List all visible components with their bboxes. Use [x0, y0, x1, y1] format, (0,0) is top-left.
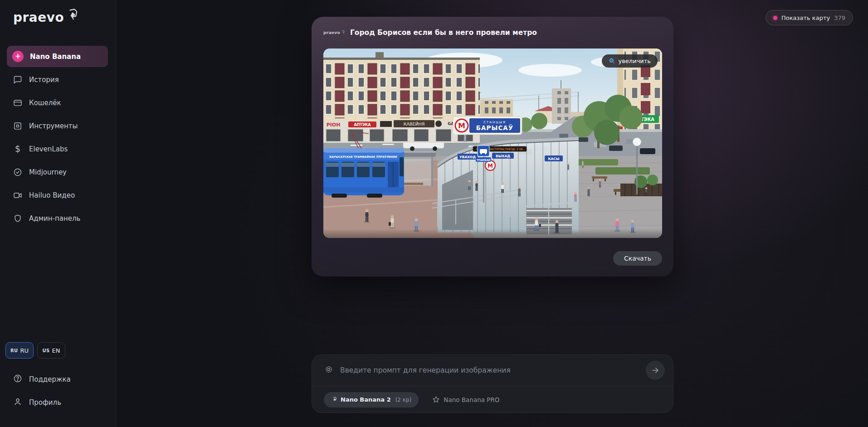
mini-brand-logo-text: praevo [323, 30, 340, 35]
brand-logo-text: praevo [13, 10, 64, 25]
sidebar-item-tools[interactable]: Инструменты [0, 114, 116, 137]
generation-card: praevo Город Борисов если бы в него пров… [312, 17, 673, 277]
prompt-input[interactable] [340, 366, 639, 374]
sidebar-item-label: Профиль [29, 398, 61, 407]
street-scene-illustration: АПТЭКА [323, 49, 662, 238]
mini-brand-logo: praevo [323, 30, 345, 35]
generation-title: Город Борисов если бы в него провели мет… [350, 29, 537, 37]
sidebar-item-profile[interactable]: Профиль [0, 391, 116, 414]
prompt-input-row [312, 355, 673, 386]
zoom-button-label: увеличить [619, 58, 651, 64]
sidebar-item-support[interactable]: Поддержка [0, 368, 116, 391]
sidebar: praevo + Nano Banana История [0, 0, 116, 427]
language-switcher: RU RU US EN [5, 342, 65, 359]
send-button[interactable] [646, 361, 665, 380]
sidebar-item-label: Админ-панель [29, 214, 80, 223]
entrance-sign-text: УВАХОД [459, 155, 476, 159]
shop-sign-pharmacy-left: АПТЭКА [354, 123, 371, 127]
sidebar-item-wallet[interactable]: Кошелёк [0, 91, 116, 114]
app-window: praevo + Nano Banana История [0, 0, 868, 427]
language-en-label: EN [52, 347, 60, 354]
sidebar-item-label: ElevenLabs [29, 145, 68, 153]
tools-icon [13, 121, 22, 131]
ru-flag-icon: RU [10, 348, 18, 353]
plus-icon: + [12, 51, 24, 62]
tram-stop-text: ТРАМВАЙ [477, 158, 491, 161]
hand-gesture-icon [65, 8, 78, 24]
exit-sign-text: ВЫХАД [496, 154, 510, 158]
chat-bubble-icon [13, 75, 22, 84]
sidebar-item-elevenlabs[interactable]: $ ElevenLabs [0, 137, 116, 160]
sidebar-item-label: Поддержка [29, 375, 71, 383]
map-count: 379 [834, 15, 845, 21]
check-circle-icon [13, 168, 22, 177]
sidebar-item-label: Кошелёк [29, 99, 61, 107]
brand-logo: praevo [13, 10, 78, 25]
sidebar-item-label: Hailuo Видео [29, 191, 75, 199]
sidebar-nav: + Nano Banana История Кошелёк Инструмен [0, 45, 116, 230]
user-icon [13, 397, 22, 408]
sidebar-item-midjourney[interactable]: Midjourney [0, 160, 116, 184]
tram-side-text: БАРЫСАЎСКАЕ ТРАМВАЙНАЕ ЎПРАЎЛЕННЕ [329, 155, 397, 158]
sidebar-item-label: Nano Banana [30, 53, 81, 61]
sidebar-footer: Поддержка Профиль [0, 368, 116, 414]
gear-icon[interactable] [324, 364, 334, 376]
wallet-icon [13, 98, 22, 107]
metro-m-sign: М [458, 121, 465, 130]
shop-sign-coffee: КАВЕЙНЯ [404, 121, 425, 126]
language-ru-label: RU [20, 347, 29, 354]
arrow-right-icon [651, 366, 660, 375]
sidebar-item-label: История [29, 76, 59, 84]
sidebar-item-history[interactable]: История [0, 68, 116, 91]
model-chip-cost: (2 кр) [395, 397, 412, 403]
sidebar-item-label: Midjourney [29, 168, 67, 176]
zoom-image-button[interactable]: увеличить [602, 54, 658, 68]
model-option-nano-banana-pro[interactable]: Nano Banana PRO [432, 396, 499, 403]
metro-m-glass: М [488, 163, 493, 169]
sidebar-item-hailuo-video[interactable]: Hailuo Видео [0, 184, 116, 207]
show-map-button[interactable]: Показать карту 379 [766, 10, 853, 25]
kassa-sign-text: КАСЫ [548, 157, 559, 161]
dollar-icon: $ [13, 145, 22, 154]
magnifier-icon [609, 58, 615, 64]
sidebar-item-admin-panel[interactable]: Админ-панель [0, 207, 116, 230]
pink-dot-icon [773, 16, 777, 20]
station-word: СТАНЦЫЯ [483, 121, 506, 124]
model-chip-nano-banana-2[interactable]: Nano Banana 2 (2 кр) [324, 392, 419, 408]
download-button[interactable]: Скачать [613, 251, 662, 266]
us-flag-icon: US [42, 348, 49, 353]
generation-card-header: praevo Город Борисов если бы в него пров… [323, 17, 662, 49]
show-map-label: Показать карту [781, 15, 830, 21]
language-ru-button[interactable]: RU RU [5, 342, 34, 359]
sidebar-item-label: Инструменты [29, 122, 78, 130]
prompt-bar: Nano Banana 2 (2 кр) Nano Banana PRO [312, 354, 673, 413]
language-en-button[interactable]: US EN [37, 342, 65, 359]
model-selector-row: Nano Banana 2 (2 кр) Nano Banana PRO [312, 386, 673, 413]
station-name: БАРЫСАЎ [476, 124, 513, 131]
star-icon [432, 396, 440, 403]
sidebar-item-nano-banana[interactable]: + Nano Banana [7, 46, 108, 67]
help-circle-icon [13, 374, 22, 385]
shop-sign-rion: РІОН [327, 122, 341, 128]
model-option-label: Nano Banana PRO [444, 396, 499, 403]
mini-logo-icon [331, 397, 337, 403]
model-chip-label: Nano Banana 2 [341, 396, 391, 403]
shield-icon [13, 214, 22, 223]
generated-image[interactable]: АПТЭКА [323, 49, 662, 238]
video-camera-icon [13, 191, 22, 200]
